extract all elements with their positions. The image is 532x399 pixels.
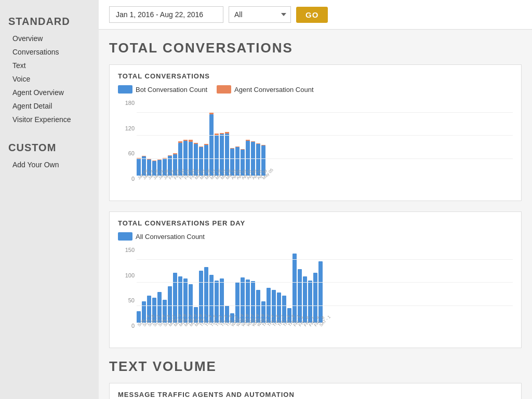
sidebar-item-agent-overview[interactable]: Agent Overview (0, 86, 99, 99)
grid-line (137, 305, 513, 306)
chart1-legend: Bot Conversation CountAgent Conversation… (118, 85, 513, 94)
bar-group: SUN - 4 (137, 254, 141, 329)
custom-section-label: CUSTOM (0, 137, 99, 158)
sidebar-nav: OverviewConversationsTextVoiceAgent Over… (0, 32, 99, 126)
content-area: TOTAL CONVERSATIONS TOTAL CONVERSATIONS … (99, 30, 532, 399)
sidebar-item-agent-detail[interactable]: Agent Detail (0, 99, 99, 113)
msg-traffic-title: MESSAGE TRAFFIC AGENTS AND AUTOMATION (118, 391, 513, 398)
y-axis-label: 150 (125, 247, 135, 253)
legend-swatch (118, 85, 132, 94)
sidebar-item-voice[interactable]: Voice (0, 72, 99, 86)
y-axis-label: 100 (125, 272, 135, 278)
bar-blue (318, 261, 323, 323)
legend-item: All Conversation Count (118, 232, 205, 241)
chart1-yaxis: 180120600 (118, 100, 137, 182)
main-content: AllBot OnlyAgent Only GO TOTAL CONVERSAT… (99, 0, 532, 399)
y-axis-label: 50 (128, 297, 135, 303)
text-volume-title: TEXT VOLUME (109, 358, 522, 375)
msg-traffic-card: MESSAGE TRAFFIC AGENTS AND AUTOMATION (109, 383, 522, 399)
chart2-bars: SUN - 4SUN - 8SUN - 1SUN - 4SUN - 8SUN -… (137, 247, 513, 340)
y-axis-label: 0 (131, 176, 135, 182)
sidebar-item-add-your-own[interactable]: Add Your Own (0, 158, 99, 171)
grid-line (137, 112, 513, 113)
chart2-title: TOTAL CONVERSATIONS PER DAY (118, 219, 513, 227)
filter-select[interactable]: AllBot OnlyAgent Only (229, 6, 291, 23)
standard-section-label: STANDARD (0, 10, 99, 32)
bar-blue (292, 254, 297, 323)
bar-blue (209, 114, 214, 176)
legend-label: All Conversation Count (136, 233, 205, 241)
sidebar-item-overview[interactable]: Overview (0, 32, 99, 45)
chart1-title: TOTAL CONVERSATIONS (118, 72, 513, 80)
header-bar: AllBot OnlyAgent Only GO (99, 0, 532, 30)
sidebar-item-text[interactable]: Text (0, 59, 99, 72)
legend-swatch (217, 85, 231, 94)
y-axis-label: 0 (131, 323, 135, 329)
go-button[interactable]: GO (296, 7, 328, 23)
chart1-bars: Jan 06Jan 11Jan 16Jan 21Jan 26Jan 31Feb … (137, 100, 513, 193)
total-conversations-title: TOTAL CONVERSATIONS (109, 40, 522, 56)
date-range-input[interactable] (109, 6, 223, 23)
chart2-yaxis: 150100500 (118, 247, 137, 329)
grid-line (137, 282, 513, 283)
legend-swatch (118, 232, 132, 241)
legend-item: Bot Conversation Count (118, 85, 207, 94)
legend-label: Agent Conversation Count (234, 86, 313, 94)
y-axis-label: 180 (125, 100, 135, 106)
sidebar-item-conversations[interactable]: Conversations (0, 45, 99, 59)
sidebar-custom-nav: Add Your Own (0, 158, 99, 171)
conversations-per-day-card: TOTAL CONVERSATIONS PER DAY All Conversa… (109, 211, 522, 348)
chart2-legend: All Conversation Count (118, 232, 513, 241)
y-axis-label: 120 (125, 125, 135, 131)
legend-label: Bot Conversation Count (136, 86, 207, 94)
y-axis-label: 60 (128, 150, 135, 156)
sidebar: STANDARD OverviewConversationsTextVoiceA… (0, 0, 99, 399)
grid-line (137, 135, 513, 136)
chart1-area: 180120600 Jan 06Jan 11Jan 16Jan 21Jan 26… (118, 100, 513, 193)
total-conversations-card: TOTAL CONVERSATIONS Bot Conversation Cou… (109, 64, 522, 201)
bar-group: Jan 06 (137, 107, 141, 182)
sidebar-item-visitor-experience[interactable]: Visitor Experience (0, 113, 99, 126)
grid-line (137, 158, 513, 159)
legend-item: Agent Conversation Count (217, 85, 313, 94)
grid-line (137, 259, 513, 260)
chart2-area: 150100500 SUN - 4SUN - 8SUN - 1SUN - 4SU… (118, 247, 513, 340)
